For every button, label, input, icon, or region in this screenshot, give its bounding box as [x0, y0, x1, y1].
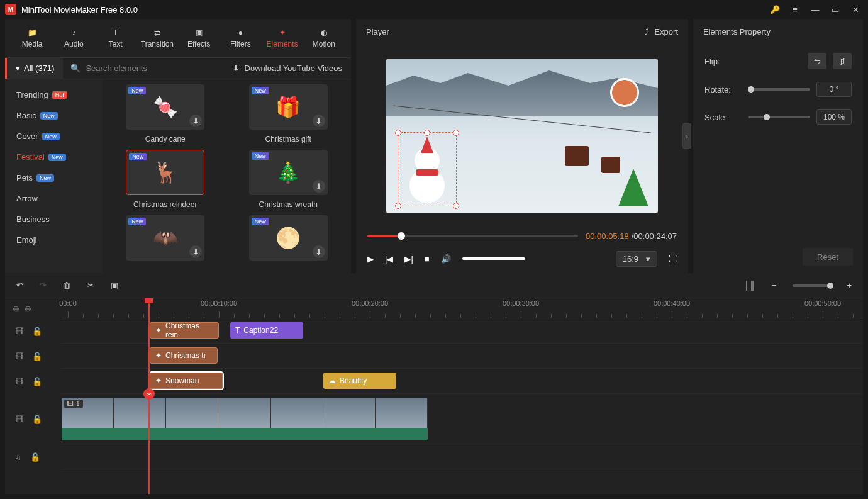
reset-button[interactable]: Reset [803, 248, 853, 266]
download-youtube-button[interactable]: ⬇ Download YouTube Videos [224, 64, 351, 73]
maximize-button[interactable]: ▭ [828, 2, 843, 17]
category-cover[interactable]: CoverNew [5, 126, 103, 147]
download-icon[interactable]: ⬇ [189, 115, 202, 127]
download-icon[interactable]: ⬇ [189, 245, 202, 258]
delete-button[interactable]: 🗑 [63, 281, 71, 290]
minimize-button[interactable]: — [808, 2, 823, 17]
playhead[interactable]: ✂ [148, 298, 150, 494]
properties-panel: Elements Property Flip: ⇋ ⇵ Rotate: 0 ° … [693, 19, 863, 273]
track-header-3[interactable]: 🎞🔓 [5, 369, 62, 394]
track-header-2[interactable]: 🎞🔓 [5, 344, 62, 369]
zoom-out-button[interactable]: − [772, 281, 777, 290]
aspect-ratio-dropdown[interactable]: 16:9 ▾ [616, 251, 657, 267]
collapse-properties-icon[interactable]: › [682, 123, 691, 149]
nav-audio[interactable]: ♪Audio [53, 19, 94, 57]
fullscreen-button[interactable]: ⛶ [669, 254, 677, 264]
nav-filters[interactable]: ●Filters [220, 19, 261, 57]
track-header-audio[interactable]: ♫🔓 [5, 444, 62, 469]
nav-elements[interactable]: ✦Elements [262, 19, 303, 57]
category-arrow[interactable]: Arrow [5, 188, 103, 209]
clip-beautify[interactable]: ☁Beautify [323, 373, 396, 389]
zoom-in-button[interactable]: + [847, 281, 852, 290]
export-button[interactable]: ⤴ Export [645, 27, 678, 36]
clip-reindeer[interactable]: ✦Christmas rein [150, 322, 219, 339]
elements-icon: ✦ [279, 28, 286, 37]
all-filter-button[interactable]: ▾ All (371) [5, 58, 63, 79]
lock-icon[interactable]: 🔓 [32, 327, 42, 336]
track-header-video[interactable]: 🎞🔓 [5, 394, 62, 444]
snap-toggle[interactable]: │║ [744, 281, 755, 290]
volume-slider[interactable] [462, 257, 525, 260]
element-card[interactable]: New🍬⬇Candy cane [111, 84, 220, 143]
search-elements[interactable]: 🔍 Search elements [63, 64, 223, 73]
music-icon: ♫ [15, 452, 21, 462]
download-icon[interactable]: ⬇ [313, 245, 325, 258]
category-festival[interactable]: FestivalNew [5, 147, 103, 167]
lock-icon[interactable]: 🔓 [32, 352, 42, 361]
lock-icon[interactable]: 🔓 [30, 452, 40, 462]
category-trending[interactable]: TrendingHot [5, 84, 103, 105]
license-key-icon[interactable]: 🔑 [767, 2, 782, 17]
preview-viewport[interactable]: › [356, 44, 688, 228]
element-card[interactable]: New🦇⬇ [111, 215, 220, 266]
video-frame [386, 59, 658, 213]
track-area[interactable]: 00:0000:00:10:0000:00:20:0000:00:30:0000… [62, 298, 863, 494]
category-business[interactable]: Business [5, 209, 103, 230]
stop-button[interactable]: ■ [425, 254, 430, 264]
element-card[interactable]: New🦌Christmas reindeer [111, 150, 220, 209]
clip-caption22[interactable]: TCaption22 [230, 322, 303, 339]
play-button[interactable]: ▶ [367, 254, 374, 264]
next-frame-button[interactable]: ▶| [404, 254, 413, 264]
sticker-reindeer[interactable] [610, 78, 639, 107]
aspect-ratio-value: 16:9 [623, 254, 638, 264]
track-header-1[interactable]: 🎞🔓 [5, 318, 62, 344]
category-emoji[interactable]: Emoji [5, 230, 103, 250]
rotate-value[interactable]: 0 ° [816, 82, 852, 97]
crop-button[interactable]: ▣ [111, 281, 118, 290]
clip-snowman[interactable]: ✦Snowman [150, 373, 223, 389]
nav-transition[interactable]: ⇄Transition [136, 19, 178, 57]
nav-effects[interactable]: ▣Effects [178, 19, 220, 57]
text-icon: T [113, 28, 118, 37]
category-basic[interactable]: BasicNew [5, 105, 103, 126]
add-track-icon[interactable]: ⊕ [13, 304, 19, 313]
flip-vertical-button[interactable]: ⇵ [833, 53, 852, 69]
export-label: Export [654, 27, 678, 36]
nav-text[interactable]: TText [95, 19, 136, 57]
chevron-down-icon: ▾ [646, 254, 650, 264]
clip-video[interactable]: 🎞1 [62, 398, 428, 440]
category-pets[interactable]: PetsNew [5, 167, 103, 188]
sticker-snowman-selected[interactable] [398, 132, 457, 206]
lock-icon[interactable]: 🔓 [32, 415, 42, 424]
scale-slider[interactable] [748, 116, 810, 118]
timeline-ruler[interactable]: 00:0000:00:10:0000:00:20:0000:00:30:0000… [62, 298, 863, 318]
split-at-playhead-icon[interactable]: ✂ [143, 388, 155, 400]
flip-horizontal-button[interactable]: ⇋ [808, 53, 826, 69]
sticker-tree[interactable] [618, 169, 648, 206]
element-card[interactable]: New🌕⬇ [235, 215, 343, 266]
undo-button[interactable]: ↶ [16, 281, 23, 290]
prev-frame-button[interactable]: |◀ [385, 254, 393, 264]
nav-motion[interactable]: ◐Motion [303, 19, 345, 57]
close-button[interactable]: ✕ [848, 2, 863, 17]
split-button[interactable]: ✂ [87, 281, 94, 290]
lock-icon[interactable]: 🔓 [32, 377, 42, 386]
menu-icon[interactable]: ≡ [787, 2, 803, 17]
search-icon: 🔍 [70, 64, 81, 73]
element-card[interactable]: New🎁⬇Christmas gift [235, 84, 343, 143]
remove-track-icon[interactable]: ⊖ [25, 304, 31, 313]
rotate-slider[interactable] [748, 88, 810, 91]
download-icon[interactable]: ⬇ [313, 115, 325, 127]
zoom-slider[interactable] [793, 284, 830, 287]
nav-media[interactable]: 📁Media [11, 19, 53, 57]
titlebar: M MiniTool MovieMaker Free 8.0.0 🔑 ≡ — ▭… [0, 0, 868, 19]
scale-label: Scale: [704, 113, 742, 122]
player-controls: ▶ |◀ ▶| ■ 🔊 16:9 ▾ ⛶ [356, 244, 688, 273]
scale-value[interactable]: 100 % [816, 109, 852, 125]
scrub-bar[interactable]: 00:00:05:18 / 00:00:24:07 [356, 228, 688, 244]
download-youtube-label: Download YouTube Videos [245, 64, 342, 73]
clip-tree[interactable]: ✦Christmas tr [150, 347, 218, 364]
download-icon[interactable]: ⬇ [313, 180, 325, 193]
volume-icon[interactable]: 🔊 [441, 254, 451, 264]
element-card[interactable]: New🎄⬇Christmas wreath [235, 150, 343, 209]
